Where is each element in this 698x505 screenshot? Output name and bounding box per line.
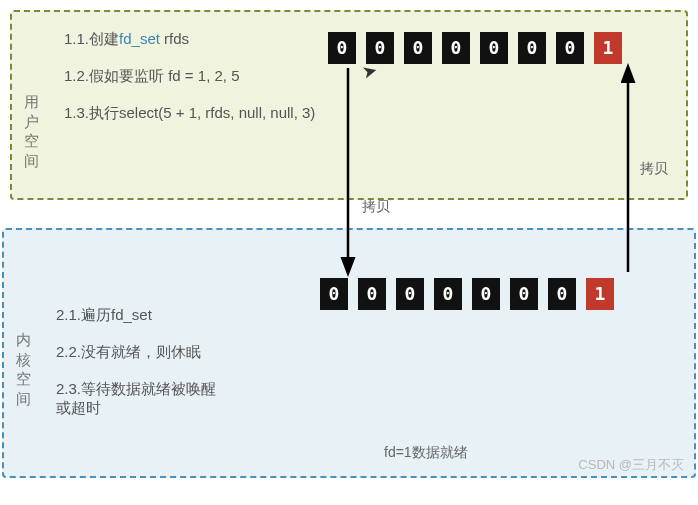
bit-cell: 0 — [518, 32, 546, 64]
bit-cell: 0 — [434, 278, 462, 310]
bit-cell: 0 — [556, 32, 584, 64]
user-space-label: 用户 空间 — [22, 92, 40, 170]
copy-down-label: 拷贝 — [362, 198, 390, 216]
bit-cell: 0 — [320, 278, 348, 310]
step-text: rfds — [160, 30, 189, 47]
bit-cell: 0 — [328, 32, 356, 64]
step-2-3: 2.3.等待数据就绪被唤醒 或超时 — [56, 380, 678, 418]
copy-up-label: 拷贝 — [640, 160, 668, 178]
bit-cell: 0 — [548, 278, 576, 310]
bit-cell: 0 — [480, 32, 508, 64]
step-2-2: 2.2.没有就绪，则休眠 — [56, 343, 678, 362]
bit-cell: 0 — [358, 278, 386, 310]
user-space-panel: 用户 空间 1.1.创建fd_set rfds 1.2.假如要监听 fd = 1… — [10, 10, 688, 200]
keyword-fdset: fd_set — [119, 30, 160, 47]
bit-cell: 0 — [442, 32, 470, 64]
bit-cell: 0 — [396, 278, 424, 310]
kernel-space-panel: 内核 空间 00000001 2.1.遍历fd_set 2.2.没有就绪，则休眠… — [2, 228, 696, 478]
bit-cell: 1 — [586, 278, 614, 310]
bit-cell: 0 — [510, 278, 538, 310]
kernel-space-label: 内核 空间 — [14, 330, 32, 408]
bit-cell: 0 — [404, 32, 432, 64]
bit-cell: 1 — [594, 32, 622, 64]
data-ready-label: fd=1数据就绪 — [384, 444, 468, 462]
bit-array-kernel: 00000001 — [320, 278, 614, 310]
watermark: CSDN @三月不灭 — [578, 456, 684, 474]
step-text: 1.1.创建 — [64, 30, 119, 47]
bit-cell: 0 — [472, 278, 500, 310]
step-1-3: 1.3.执行select(5 + 1, rfds, null, null, 3) — [64, 104, 670, 123]
